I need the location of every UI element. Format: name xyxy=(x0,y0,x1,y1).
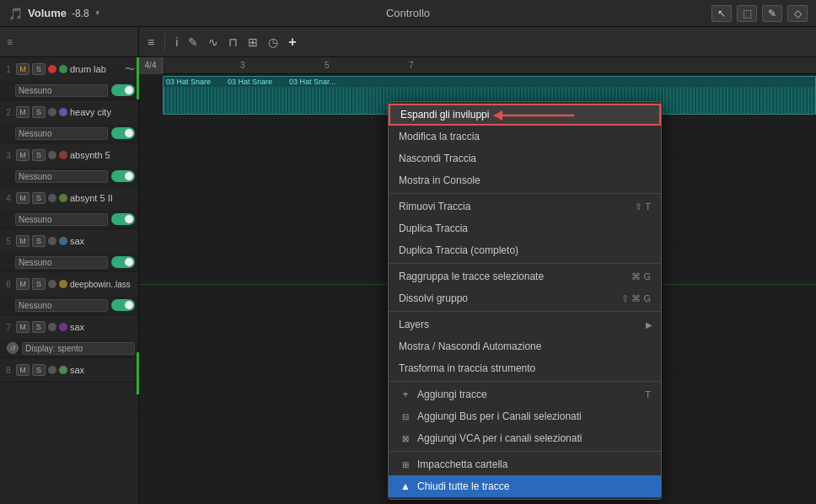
track-color-dot xyxy=(59,237,67,245)
display-select[interactable]: Display: spento xyxy=(22,342,135,355)
track-send-select[interactable]: Nessuno xyxy=(15,84,108,97)
menu-icon[interactable]: ≡ xyxy=(148,35,154,49)
eraser-tool-btn[interactable]: ◇ xyxy=(787,5,808,22)
track-send-select[interactable]: Nessuno xyxy=(15,256,108,269)
track-toggle[interactable] xyxy=(111,256,135,268)
track-number: 8 xyxy=(3,366,13,375)
record-button[interactable] xyxy=(48,194,56,202)
svg-marker-1 xyxy=(494,110,502,121)
track-toggle[interactable] xyxy=(111,84,135,96)
mute-button[interactable]: M xyxy=(16,192,30,204)
mute-button[interactable]: M xyxy=(16,278,30,290)
ctx-shortcut: ⇧ ⌘ G xyxy=(621,293,651,304)
track-number: 1 xyxy=(3,65,13,74)
track-toggle[interactable] xyxy=(111,170,135,182)
ctx-separator xyxy=(389,381,661,382)
pencil-icon[interactable]: ✎ xyxy=(188,35,198,49)
track-color-dot xyxy=(59,151,67,159)
ctx-duplicate-track[interactable]: Duplica Traccia xyxy=(389,217,661,239)
track-name: sax xyxy=(70,236,135,246)
ctx-item-label: Aggiungi VCA per i canali selezionati xyxy=(417,432,582,444)
info-icon[interactable]: i xyxy=(175,35,178,49)
context-menu: Espandi gli inviluppi Modifica la tracci… xyxy=(388,101,662,500)
track-number: 3 xyxy=(3,151,13,160)
record-button[interactable] xyxy=(48,108,56,116)
ctx-remove-track[interactable]: Rimuovi Traccia ⇧ T xyxy=(389,196,661,217)
ctx-modify-track[interactable]: Modifica la traccia xyxy=(389,126,661,147)
ctx-duplicate-track-full[interactable]: Duplica Traccia (completo) xyxy=(389,239,661,261)
ctx-show-automation[interactable]: Mostra / Nascondi Automazione xyxy=(389,335,661,357)
mute-button[interactable]: M xyxy=(16,63,30,75)
track-send-select[interactable]: Nessuno xyxy=(15,213,108,226)
track-toggle[interactable] xyxy=(111,127,135,139)
track-color-dot xyxy=(59,65,67,73)
top-bar: 🎵 Volume -8.8 ▼ Controllo ↖ ⬚ ✎ ◇ xyxy=(0,0,816,27)
ctx-item-label: Dissolvi gruppo xyxy=(399,292,468,304)
track-name: absynt 5 II xyxy=(70,193,135,203)
ctx-add-bus[interactable]: ⊟ Aggiungi Bus per i Canali selezionati xyxy=(389,405,661,427)
clock-icon[interactable]: ◷ xyxy=(268,35,278,49)
mute-button[interactable]: M xyxy=(16,106,30,118)
track-color-dot xyxy=(59,366,67,374)
ctx-group-tracks[interactable]: Raggruppa le tracce selezionate ⌘ G xyxy=(389,265,661,287)
ctx-item-label: Rimuovi Traccia xyxy=(399,201,470,212)
record-button[interactable] xyxy=(48,65,56,73)
track-send-select[interactable]: Nessuno xyxy=(15,170,108,183)
wave-icon[interactable]: ∿ xyxy=(208,35,218,49)
split-icon[interactable]: ⊓ xyxy=(228,35,238,49)
ctx-item-label: Aggiungi tracce xyxy=(417,389,487,400)
track-toggle[interactable] xyxy=(111,213,135,225)
ctx-item-label: Espandi gli inviluppi xyxy=(400,109,489,121)
track-row: 3 M S absynth 5 Nessuno xyxy=(0,143,138,186)
solo-button[interactable]: S xyxy=(32,192,46,204)
ctx-item-label: Modifica la traccia xyxy=(399,131,480,142)
mute-button[interactable]: M xyxy=(16,235,30,247)
solo-button[interactable]: S xyxy=(32,278,46,290)
ctx-show-console[interactable]: Mostra in Console xyxy=(389,169,661,191)
track-toggle[interactable] xyxy=(111,299,135,311)
track-send-select[interactable]: Nessuno xyxy=(15,299,108,312)
selection-tool-btn[interactable]: ⬚ xyxy=(737,5,757,22)
ctx-hide-track[interactable]: Nascondi Traccia xyxy=(389,147,661,169)
track-list-menu-icon[interactable]: ≡ xyxy=(7,36,13,48)
mute-button[interactable]: M xyxy=(16,321,30,333)
solo-button[interactable]: S xyxy=(32,149,46,161)
solo-button[interactable]: S xyxy=(32,321,46,333)
ctx-separator xyxy=(389,311,661,312)
solo-button[interactable]: S xyxy=(32,364,46,376)
cursor-tool-btn[interactable]: ↖ xyxy=(711,5,732,22)
ctx-item-label: Duplica Traccia xyxy=(399,223,468,234)
loop-icon[interactable]: ↺ xyxy=(7,342,19,354)
track-name: heavy city xyxy=(70,107,135,117)
ctx-separator xyxy=(389,263,661,264)
ctx-add-vca[interactable]: ⊠ Aggiungi VCA per i canali selezionati xyxy=(389,427,661,449)
ctx-dissolve-group[interactable]: Dissolvi gruppo ⇧ ⌘ G xyxy=(389,287,661,309)
ctx-close-all-tracks[interactable]: ▲ Chiudi tutte le tracce xyxy=(389,475,661,497)
segment-label: 03 Hat Snar... xyxy=(289,78,336,86)
solo-button[interactable]: S xyxy=(32,106,46,118)
record-button[interactable] xyxy=(48,151,56,159)
ctx-layers[interactable]: Layers ▶ xyxy=(389,314,661,335)
ctx-pack-folder[interactable]: ⊞ Impacchetta cartella xyxy=(389,453,661,475)
track-name: drum lab xyxy=(70,64,122,74)
mute-button[interactable]: M xyxy=(16,364,30,376)
track-send-select[interactable]: Nessuno xyxy=(15,127,108,140)
record-button[interactable] xyxy=(48,366,56,374)
record-button[interactable] xyxy=(48,280,56,288)
track-row: 5 M S sax Nessuno xyxy=(0,229,138,272)
ctx-item-label: Aggiungi Bus per i Canali selezionati xyxy=(417,410,582,422)
add-icon[interactable]: + xyxy=(288,35,296,50)
track-wave-icon[interactable]: 〜 xyxy=(125,62,135,77)
solo-button[interactable]: S xyxy=(32,63,46,75)
record-button[interactable] xyxy=(48,323,56,331)
grid-icon[interactable]: ⊞ xyxy=(248,35,258,49)
ctx-add-tracks[interactable]: + Aggiungi tracce T xyxy=(389,383,661,405)
solo-button[interactable]: S xyxy=(32,235,46,247)
pencil-tool-btn[interactable]: ✎ xyxy=(762,5,782,22)
mute-button[interactable]: M xyxy=(16,149,30,161)
close-icon: ▲ xyxy=(399,480,412,493)
record-button[interactable] xyxy=(48,237,56,245)
track-number: 7 xyxy=(3,323,13,332)
ctx-item-label: Mostra in Console xyxy=(399,174,480,186)
ctx-transform-instrument[interactable]: Trasforma in traccia strumento xyxy=(389,357,661,379)
